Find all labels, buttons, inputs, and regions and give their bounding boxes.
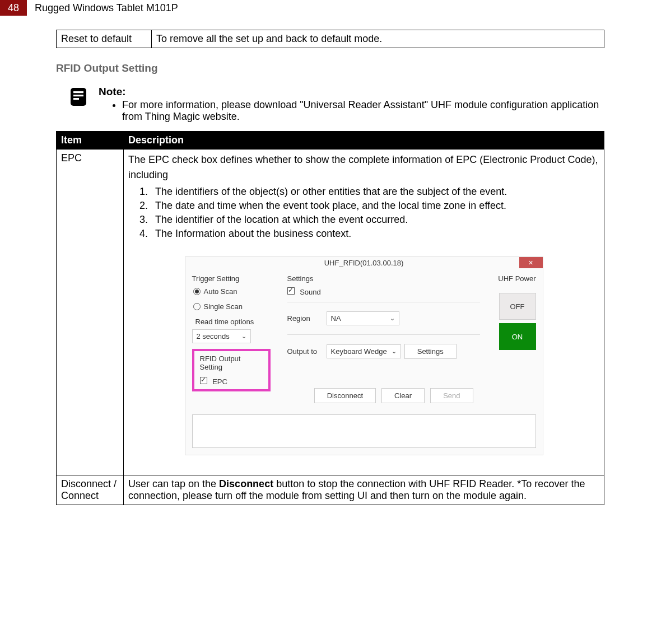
epc-ol-3: The identifier of the location at which … <box>151 214 599 226</box>
section-heading: RFID Output Setting <box>56 62 604 74</box>
single-scan-radio[interactable]: Single Scan <box>193 302 271 311</box>
disconnect-button[interactable]: Disconnect <box>314 388 376 403</box>
note-bullet: For more information, please download "U… <box>122 99 604 123</box>
th-item: Item <box>57 132 124 150</box>
uhf-rfid-app: UHF_RFID(01.03.00.18) × Trigger Setting … <box>185 256 543 455</box>
radio-icon <box>193 303 201 310</box>
output-to-label: Output to <box>287 347 327 356</box>
reset-desc: To remove all the set up and back to def… <box>152 30 604 48</box>
epc-intro: The EPC check box defines whether to sho… <box>128 152 599 183</box>
chevron-down-icon: ⌄ <box>241 333 246 340</box>
reset-table: Reset to default To remove all the set u… <box>56 30 604 48</box>
page-content: Reset to default To remove all the set u… <box>0 30 652 528</box>
note-block: Note: For more information, please downl… <box>56 86 604 123</box>
epc-ol-1: The identifiers of the object(s) or othe… <box>151 186 599 198</box>
close-icon[interactable]: × <box>519 257 543 268</box>
settings-label: Settings <box>287 274 480 283</box>
uhf-power-label: UHF Power <box>486 274 536 283</box>
read-time-label: Read time options <box>195 318 271 326</box>
read-time-value: 2 seconds <box>197 332 230 340</box>
row-epc-item: EPC <box>57 150 124 475</box>
description-table: Item Description EPC The EPC check box d… <box>56 131 604 505</box>
svg-rect-1 <box>73 91 83 93</box>
uhf-power-on-button[interactable]: ON <box>499 323 536 350</box>
uhf-power-off-button[interactable]: OFF <box>499 293 536 320</box>
region-select[interactable]: NA ⌄ <box>327 311 399 325</box>
output-to-select[interactable]: Keyboard Wedge ⌄ <box>327 344 401 358</box>
page-title: Rugged Windows Tablet M101P <box>35 2 178 14</box>
output-to-value: Keyboard Wedge <box>331 347 387 356</box>
sound-checkbox[interactable] <box>287 287 295 295</box>
app-titlebar: UHF_RFID(01.03.00.18) × <box>185 257 543 269</box>
chevron-down-icon: ⌄ <box>392 348 397 355</box>
note-icon <box>67 86 92 123</box>
svg-rect-0 <box>71 88 86 106</box>
app-title-text: UHF_RFID(01.03.00.18) <box>324 259 404 267</box>
row-disconnect-item: Disconnect / Connect <box>57 475 124 505</box>
svg-rect-3 <box>73 98 79 100</box>
disc-bold: Disconnect <box>219 478 273 489</box>
sound-label: Sound <box>300 288 321 296</box>
auto-scan-label: Auto Scan <box>204 287 237 296</box>
region-value: NA <box>331 314 341 323</box>
rfid-output-highlight: RFID Output Setting EPC <box>192 349 271 391</box>
svg-rect-2 <box>73 95 83 96</box>
trigger-setting-label: Trigger Setting <box>192 274 271 283</box>
disc-pre: User can tap on the <box>128 478 219 489</box>
settings-button[interactable]: Settings <box>404 344 457 359</box>
single-scan-label: Single Scan <box>204 302 243 311</box>
clear-button[interactable]: Clear <box>381 388 425 403</box>
output-textarea[interactable] <box>192 414 536 448</box>
epc-ol-2: The date and time when the event took pl… <box>151 200 599 212</box>
read-time-select[interactable]: 2 seconds ⌄ <box>192 329 251 343</box>
note-title: Note: <box>99 86 604 98</box>
epc-ol-4: The Information about the business conte… <box>151 228 599 240</box>
row-disconnect-desc: User can tap on the Disconnect button to… <box>124 475 604 505</box>
reset-label: Reset to default <box>57 30 152 48</box>
row-epc-desc: The EPC check box defines whether to sho… <box>124 150 604 475</box>
chevron-down-icon: ⌄ <box>390 315 395 322</box>
page-number: 48 <box>0 0 27 16</box>
region-label: Region <box>287 314 327 323</box>
rfid-output-label: RFID Output Setting <box>200 354 263 371</box>
radio-icon <box>193 288 201 295</box>
page-header: 48 Rugged Windows Tablet M101P <box>0 0 652 16</box>
epc-checkbox[interactable] <box>200 377 207 384</box>
send-button[interactable]: Send <box>430 388 473 403</box>
auto-scan-radio[interactable]: Auto Scan <box>193 287 271 296</box>
epc-label: EPC <box>212 377 227 386</box>
th-desc: Description <box>124 132 604 150</box>
